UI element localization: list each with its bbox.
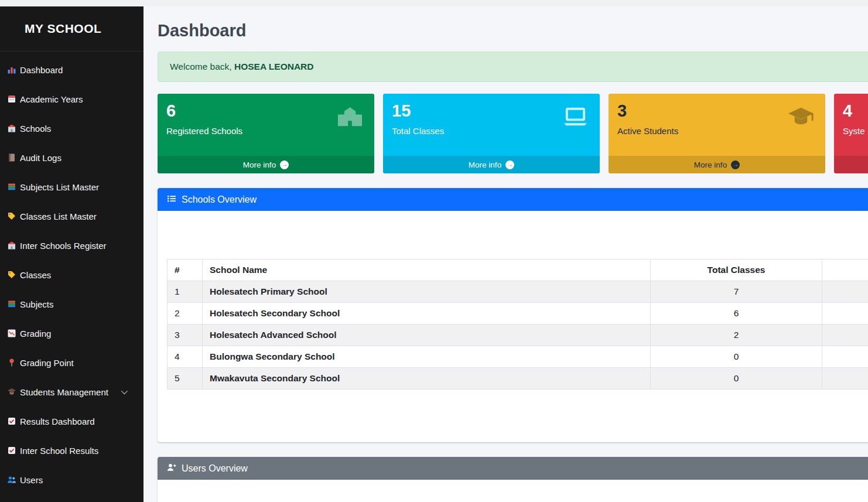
more-info-link[interactable]: More info → (158, 156, 374, 173)
total-classes-cell: 0 (651, 368, 822, 390)
checkbox-icon (6, 416, 16, 426)
sidebar: MY SCHOOL Dashboard Academic Years Schoo… (0, 6, 143, 502)
table-row: 1 Holesatech Primary School 7 (168, 281, 868, 303)
tag-icon (6, 270, 16, 280)
sidebar-item-label: Inter School Results (20, 446, 98, 456)
sidebar-item-classes[interactable]: Classes (0, 260, 143, 289)
stat-value: 4 (843, 101, 868, 121)
sidebar-item-audit-logs[interactable]: Audit Logs (0, 143, 143, 172)
stats-row: 6 Registered Schools More info → 15 Tota… (158, 94, 868, 173)
th-number: # (168, 259, 203, 281)
list-icon (167, 194, 176, 206)
users-overview-card: Users Overview (158, 457, 868, 502)
sidebar-item-label: Subjects List Master (20, 182, 99, 192)
chevron-down-icon (121, 388, 128, 394)
th-school-name: School Name (203, 259, 651, 281)
checkbox-icon (6, 446, 16, 456)
sidebar-item-inter-school-results[interactable]: Inter School Results (0, 436, 143, 465)
school-icon (6, 124, 16, 134)
sidebar-item-academic-years[interactable]: Academic Years (0, 84, 143, 114)
more-info-label: More info (694, 160, 727, 169)
sidebar-item-schools[interactable]: Schools (0, 114, 143, 143)
sidebar-item-classes-list-master[interactable]: Classes List Master (0, 202, 143, 231)
schools-overview-header: Schools Overview (158, 188, 868, 211)
arrow-circle-right-icon: → (731, 160, 740, 169)
sidebar-item-label: Students Management (20, 387, 108, 397)
users-overview-body (158, 480, 868, 502)
more-info-link[interactable]: More info → (834, 156, 868, 173)
more-info-link[interactable]: More info → (383, 156, 600, 173)
arrow-circle-right-icon: → (505, 160, 514, 169)
sidebar-item-label: Classes (20, 270, 51, 280)
books-icon (6, 299, 16, 309)
top-strip (0, 0, 868, 6)
stat-total-classes: 15 Total Classes More info → (383, 94, 600, 173)
row-number-cell: 2 (168, 303, 203, 325)
laptop-icon (562, 103, 589, 133)
stat-value: 3 (617, 101, 816, 121)
sidebar-item-label: Subjects (20, 299, 54, 309)
table-row: 4 Bulongwa Secondary School 0 (168, 346, 868, 368)
row-number-cell: 5 (168, 368, 203, 390)
brand-title: MY SCHOOL (0, 6, 143, 52)
school-name-cell: Holesatech Advanced School (203, 325, 651, 346)
sidebar-item-users[interactable]: Users (0, 465, 143, 494)
sidebar-item-dashboard[interactable]: Dashboard (0, 55, 143, 84)
total-classes-cell: 2 (651, 325, 822, 346)
welcome-text: Welcome back, (170, 62, 234, 71)
th-total-classes: Total Classes (651, 259, 822, 281)
users-overview-header: Users Overview (158, 457, 868, 480)
sidebar-item-subjects[interactable]: Subjects (0, 289, 143, 319)
sidebar-item-label: Academic Years (20, 94, 83, 104)
sidebar-item-grading-point[interactable]: Grading Point (0, 348, 143, 377)
th-extra (822, 259, 868, 281)
books-icon (6, 182, 16, 192)
sidebar-item-grading[interactable]: Grading (0, 319, 143, 348)
welcome-alert: Welcome back, HOSEA LEONARD (158, 52, 868, 82)
schools-overview-card: Schools Overview # School Name Total Cla… (158, 188, 868, 442)
stat-label: Syste (843, 126, 868, 136)
stat-value: 6 (166, 101, 365, 121)
users-icon (6, 475, 16, 485)
stat-value: 15 (392, 101, 591, 121)
graduation-cap-icon (787, 103, 815, 133)
sidebar-item-label: Schools (20, 124, 51, 134)
total-classes-cell: 0 (651, 346, 822, 368)
school-name-cell: Holesatech Secondary School (203, 303, 651, 325)
sidebar-item-inter-schools-register[interactable]: Inter Schools Register (0, 231, 143, 260)
extra-cell (822, 346, 868, 368)
extra-cell (822, 281, 868, 303)
extra-cell (822, 303, 868, 325)
extra-cell (822, 368, 868, 390)
stat-label: Registered Schools (166, 126, 365, 136)
table-row: 3 Holesatech Advanced School 2 (168, 325, 868, 346)
arrow-circle-right-icon: → (280, 160, 289, 169)
card-title: Users Overview (182, 463, 248, 474)
total-classes-cell: 6 (651, 303, 822, 325)
sidebar-item-label: Dashboard (20, 65, 63, 75)
sidebar-item-label: Audit Logs (20, 153, 61, 163)
extra-cell (822, 325, 868, 346)
stat-label: Total Classes (392, 126, 591, 136)
sidebar-item-results-dashboard[interactable]: Results Dashboard (0, 407, 143, 436)
card-title: Schools Overview (182, 194, 257, 205)
school-name-cell: Holesatech Primary School (203, 281, 651, 303)
stat-active-students: 3 Active Students More info → (609, 94, 825, 173)
round-pushpin-icon (6, 358, 16, 368)
school-name-cell: Bulongwa Secondary School (203, 346, 651, 368)
graduation-cap-icon (6, 387, 16, 397)
sidebar-item-label: Grading (20, 329, 51, 339)
more-info-link[interactable]: More info → (609, 156, 825, 173)
row-number-cell: 3 (168, 325, 203, 346)
chart-decreasing-icon (6, 329, 16, 339)
welcome-user-name: HOSEA LEONARD (234, 62, 314, 71)
table-row: 5 Mwakavuta Secondary School 0 (168, 368, 868, 390)
schools-table: # School Name Total Classes 1 Holesatech… (167, 259, 868, 390)
row-number-cell: 4 (168, 346, 203, 368)
sidebar-item-label: Results Dashboard (20, 416, 95, 426)
sidebar-item-subjects-list-master[interactable]: Subjects List Master (0, 172, 143, 202)
page-title: Dashboard (158, 21, 868, 40)
sidebar-item-students-management[interactable]: Students Management (0, 377, 143, 407)
total-classes-cell: 7 (651, 281, 822, 303)
table-row: 2 Holesatech Secondary School 6 (168, 303, 868, 325)
